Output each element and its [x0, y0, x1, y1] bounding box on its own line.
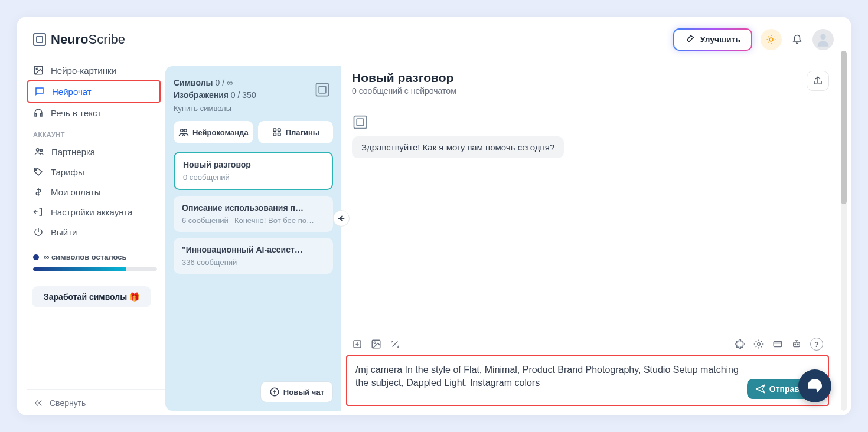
sidebar: Нейро-картинки Нейрочат Речь в текст АКК…	[17, 60, 165, 415]
chat-input[interactable]: /mj camera In the style of Flat, Minimal…	[346, 355, 829, 406]
buy-symbols-link[interactable]: Купить символы	[174, 104, 333, 113]
tag-icon	[33, 166, 44, 177]
svg-rect-13	[273, 133, 276, 136]
plugins-button[interactable]: Плагины	[258, 121, 333, 143]
image-tool[interactable]	[371, 339, 381, 349]
robot-icon	[791, 339, 802, 349]
card-tool[interactable]	[772, 339, 783, 349]
brand-name-1: Neuro	[51, 32, 89, 47]
logo[interactable]: NeuroScribe	[33, 32, 125, 47]
upgrade-button[interactable]: Улучшить	[673, 28, 752, 51]
usage-block: ∞ символов осталось	[27, 242, 161, 278]
extension-tool[interactable]	[735, 339, 745, 349]
conversation-item[interactable]: "Инновационный AI-ассист… 336 сообщений	[174, 238, 333, 274]
conversation-title: Описание использования п…	[182, 203, 325, 212]
usage-dot	[33, 254, 39, 260]
scrollbar-track[interactable]	[841, 51, 847, 411]
sidebar-item-label: Партнерка	[51, 147, 95, 157]
svg-point-6	[36, 169, 37, 171]
notifications-button[interactable]	[790, 32, 804, 47]
conversations-panel: Символы 0 / ∞ Изображения 0 / 350 Купить…	[165, 66, 341, 411]
chat-icon	[34, 86, 45, 97]
images-label: Изображения	[174, 90, 229, 100]
sidebar-item-label: Настройки аккаунта	[51, 207, 133, 217]
floating-chat-button[interactable]	[798, 369, 831, 402]
conversation-sub: 6 сообщенийКонечно! Вот бее по…	[182, 216, 325, 225]
plugins-label: Плагины	[286, 128, 319, 137]
svg-point-3	[36, 68, 38, 70]
svg-rect-16	[354, 116, 367, 129]
theme-toggle[interactable]	[761, 29, 782, 50]
chat-footer: ? /mj camera In the style of Flat, Minim…	[341, 330, 834, 411]
sidebar-item-images[interactable]: Нейро-картинки	[27, 60, 161, 80]
rocket-icon	[685, 34, 696, 45]
image-icon	[371, 339, 381, 349]
wand-icon	[390, 339, 400, 349]
svg-point-25	[798, 344, 799, 345]
svg-point-0	[769, 38, 773, 41]
sidebar-item-label: Тарифы	[51, 167, 84, 177]
neuroteam-button[interactable]: Нейрокоманда	[174, 121, 253, 143]
svg-rect-8	[319, 86, 326, 93]
new-chat-label: Новый чат	[283, 388, 324, 397]
sidebar-item-label: Нейро-картинки	[51, 66, 116, 76]
collapse-icon	[33, 398, 44, 408]
send-icon	[755, 384, 766, 394]
arrow-left-icon	[336, 213, 347, 224]
neuroteam-label: Нейрокоманда	[192, 128, 249, 137]
gear-icon	[753, 339, 764, 349]
usage-label: ∞ символов осталось	[44, 253, 126, 261]
new-chat-button[interactable]: Новый чат	[260, 381, 333, 402]
svg-point-1	[820, 34, 825, 40]
svg-point-5	[40, 149, 43, 152]
sidebar-item-label: Нейрочат	[52, 87, 92, 97]
conversation-item[interactable]: Описание использования п… 6 сообщенийКон…	[174, 196, 333, 232]
earn-symbols-button[interactable]: Заработай символы 🎁	[32, 286, 151, 307]
team-icon	[178, 127, 189, 138]
conversation-title: Новый разговор	[183, 160, 324, 169]
help-button[interactable]: ?	[810, 338, 823, 351]
share-icon	[812, 76, 823, 86]
collapse-panel-handle[interactable]	[333, 210, 350, 227]
input-toolbar: ?	[346, 335, 829, 355]
svg-point-10	[184, 129, 187, 132]
chat-area: Новый разговор 0 сообщений с нейрочатом …	[341, 66, 834, 411]
robot-tool[interactable]	[791, 339, 802, 349]
card-icon	[772, 339, 783, 349]
symbols-value: 0 / ∞	[215, 78, 232, 87]
collapse-label: Свернуть	[50, 398, 86, 408]
header: NeuroScribe Улучшить	[17, 17, 851, 60]
conversation-sub: 336 сообщений	[182, 258, 325, 267]
magic-tool[interactable]	[390, 339, 400, 349]
sidebar-item-payments[interactable]: Мои оплаты	[27, 182, 161, 202]
svg-point-21	[758, 343, 761, 346]
images-value: 0 / 350	[231, 90, 256, 100]
collapse-sidebar[interactable]: Свернуть	[27, 389, 165, 415]
puzzle-icon	[735, 339, 745, 349]
settings-tool[interactable]	[753, 339, 764, 349]
sidebar-item-partner[interactable]: ▸ Партнерка	[27, 142, 161, 162]
sidebar-item-neurochat[interactable]: Нейрочат	[27, 80, 161, 103]
brand-name-2: Scribe	[89, 32, 125, 47]
bell-icon	[792, 34, 802, 45]
upgrade-label: Улучшить	[700, 35, 740, 44]
svg-rect-22	[774, 342, 782, 347]
conversation-item[interactable]: Новый разговор 0 сообщений	[174, 152, 333, 190]
sidebar-item-label: Речь в текст	[51, 108, 101, 118]
sidebar-item-speech[interactable]: Речь в текст	[27, 103, 161, 123]
panel-logo-icon	[314, 81, 331, 98]
scrollbar-thumb[interactable]	[841, 51, 847, 204]
image-icon	[33, 65, 44, 76]
usage-progress	[33, 267, 157, 271]
sidebar-item-logout[interactable]: Выйти	[27, 222, 161, 242]
share-button[interactable]	[807, 71, 829, 91]
avatar[interactable]	[812, 29, 834, 50]
svg-rect-14	[278, 133, 280, 136]
sun-icon	[766, 34, 776, 45]
download-tool[interactable]	[352, 339, 363, 349]
earn-label: Заработай символы 🎁	[44, 292, 139, 302]
sidebar-item-settings[interactable]: Настройки аккаунта	[27, 202, 161, 222]
dollar-icon	[33, 186, 44, 197]
sidebar-item-tariffs[interactable]: Тарифы	[27, 162, 161, 182]
avatar-placeholder-icon	[815, 31, 831, 48]
